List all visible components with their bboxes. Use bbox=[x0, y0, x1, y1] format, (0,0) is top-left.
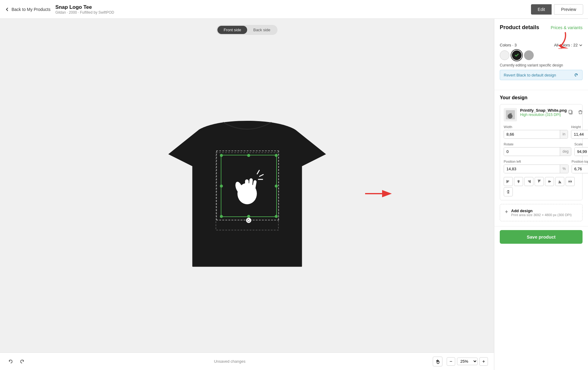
undo-redo-group bbox=[6, 357, 27, 366]
zoom-minus-button[interactable]: − bbox=[447, 357, 455, 366]
svg-rect-41 bbox=[560, 182, 561, 183]
panel-title: Product details bbox=[500, 24, 539, 31]
rotate-input[interactable] bbox=[504, 148, 560, 156]
flip-horizontal-button[interactable] bbox=[566, 177, 575, 186]
flip-h-icon bbox=[568, 179, 572, 184]
revert-bar[interactable]: Revert Black to default design bbox=[500, 70, 583, 80]
svg-rect-32 bbox=[529, 182, 530, 183]
svg-rect-6 bbox=[245, 179, 249, 190]
align-left-button[interactable] bbox=[504, 177, 513, 186]
design-actions bbox=[567, 108, 584, 116]
delete-design-button[interactable] bbox=[576, 108, 584, 116]
width-field-group: Width in bbox=[504, 125, 568, 139]
svg-rect-31 bbox=[528, 181, 530, 182]
redo-icon bbox=[20, 359, 25, 364]
handle-right-mid[interactable] bbox=[275, 185, 278, 188]
front-side-button[interactable]: Front side bbox=[217, 26, 247, 34]
undo-button[interactable] bbox=[6, 357, 15, 366]
handle-left-mid[interactable] bbox=[220, 185, 223, 188]
handle-top-right[interactable] bbox=[275, 154, 278, 157]
copy-design-button[interactable] bbox=[567, 108, 575, 116]
rotate-field-group: Rotate deg bbox=[504, 142, 571, 156]
svg-rect-25 bbox=[507, 181, 509, 182]
svg-rect-37 bbox=[549, 180, 549, 183]
color-swatch-gray[interactable] bbox=[524, 50, 534, 60]
align-center-h-button[interactable] bbox=[514, 177, 523, 186]
position-left-unit: % bbox=[560, 165, 568, 173]
add-design-text-block: Add design Print area size 3692 × 4800 p… bbox=[511, 209, 572, 217]
design-info: Printify_Snap_White.png High resolution … bbox=[520, 108, 567, 117]
trash-icon bbox=[578, 110, 583, 114]
zoom-controls: − 25% 50% 75% 100% + bbox=[433, 357, 488, 366]
svg-rect-35 bbox=[539, 180, 540, 182]
svg-rect-34 bbox=[538, 180, 539, 182]
revert-icon bbox=[574, 73, 579, 77]
zoom-select[interactable]: 25% 50% 75% 100% bbox=[457, 358, 478, 365]
height-input[interactable] bbox=[571, 130, 588, 138]
rotate-icon bbox=[247, 219, 250, 222]
handle-top-left[interactable] bbox=[220, 154, 223, 157]
scale-field-group: Scale % bbox=[574, 142, 588, 156]
height-input-wrap: in bbox=[571, 130, 588, 139]
rotate-unit: deg bbox=[560, 148, 571, 156]
position-left-input[interactable] bbox=[504, 165, 560, 173]
align-bottom-button[interactable] bbox=[555, 177, 564, 186]
add-design-block[interactable]: + Add design Print area size 3692 × 4800… bbox=[500, 204, 583, 221]
rotate-label: Rotate bbox=[504, 142, 571, 146]
align-right-button[interactable] bbox=[524, 177, 533, 186]
tshirt-wrapper bbox=[168, 106, 326, 282]
preview-button[interactable]: Preview bbox=[554, 4, 583, 15]
panel-header: Product details Prices & variants bbox=[494, 19, 588, 34]
width-input-wrap: in bbox=[504, 130, 568, 139]
snap-logo-svg bbox=[230, 165, 267, 207]
colors-label: Colors · 3 bbox=[500, 43, 517, 47]
copy-icon bbox=[568, 110, 573, 114]
design-thumbnail bbox=[504, 108, 517, 121]
color-swatch-white[interactable] bbox=[500, 50, 509, 60]
hand-tool-button[interactable] bbox=[433, 357, 442, 366]
edit-button[interactable]: Edit bbox=[531, 4, 552, 15]
position-top-input[interactable] bbox=[572, 165, 588, 173]
redo-button[interactable] bbox=[18, 357, 27, 366]
thumb-snap-icon bbox=[506, 110, 515, 119]
your-design-title: Your design bbox=[500, 95, 583, 100]
color-swatch-black[interactable] bbox=[512, 50, 522, 60]
svg-rect-19 bbox=[509, 113, 510, 116]
design-resolution: High resolution (315 DPI) bbox=[520, 113, 567, 117]
top-nav-right: Edit Preview bbox=[531, 4, 583, 15]
prices-variants-link[interactable]: Prices & variants bbox=[551, 25, 583, 30]
add-design-label: Add design bbox=[511, 209, 572, 213]
svg-marker-12 bbox=[248, 219, 249, 220]
align-middle-v-button[interactable] bbox=[545, 177, 554, 186]
position-top-wrap: % bbox=[572, 165, 588, 173]
width-input[interactable] bbox=[504, 130, 560, 138]
svg-line-10 bbox=[260, 175, 263, 176]
design-selection-box[interactable] bbox=[221, 155, 277, 217]
save-bar: Save product bbox=[494, 226, 588, 247]
svg-marker-16 bbox=[576, 74, 577, 76]
hand-icon bbox=[435, 359, 440, 364]
product-title-block: Snap Logo Tee Gildan · 2000 · Fulfilled … bbox=[55, 4, 114, 15]
align-top-button[interactable] bbox=[535, 177, 544, 186]
zoom-plus-button[interactable]: + bbox=[479, 357, 488, 366]
bottom-toolbar: Unsaved changes − 25% 50% 75% 100% + bbox=[0, 352, 494, 370]
width-label: Width bbox=[504, 125, 568, 129]
flip-vertical-button[interactable] bbox=[504, 187, 513, 196]
align-left-icon bbox=[506, 179, 510, 184]
back-side-button[interactable]: Back side bbox=[247, 26, 276, 34]
back-link[interactable]: Back to My Products bbox=[5, 7, 50, 12]
svg-rect-38 bbox=[550, 181, 551, 182]
svg-rect-26 bbox=[507, 182, 508, 183]
scale-input[interactable] bbox=[575, 148, 588, 156]
handle-top-mid[interactable] bbox=[247, 154, 250, 157]
side-toggle: Front side Back side bbox=[217, 25, 277, 35]
save-product-button[interactable]: Save product bbox=[500, 230, 583, 244]
align-top-icon bbox=[537, 179, 541, 184]
undo-icon bbox=[8, 359, 13, 364]
colors-section: Colors · 3 All colors : 22 bbox=[494, 43, 588, 90]
rotate-handle[interactable] bbox=[246, 218, 251, 223]
position-left-wrap: % bbox=[504, 165, 569, 173]
handle-bottom-left[interactable] bbox=[220, 215, 223, 218]
handle-bottom-right[interactable] bbox=[275, 215, 278, 218]
align-right-icon bbox=[527, 179, 531, 184]
